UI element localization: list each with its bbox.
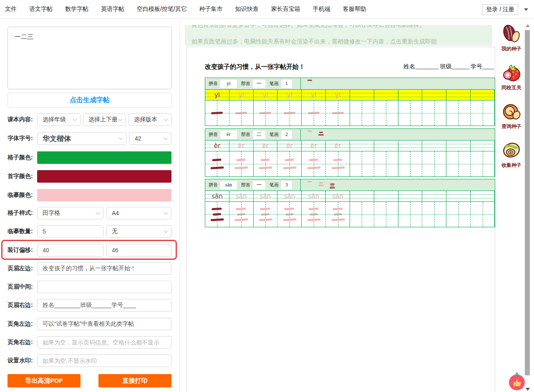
print-button[interactable]: 直接打印 [98, 374, 171, 387]
pinyin-cell[interactable]: yi [254, 90, 278, 100]
top-nav: 文件 语文字帖 数学字帖 英语字帖 空白模板/控笔/其它 种子集市 知识快查 家… [0, 0, 534, 19]
notice-banner: 黄色背景的拼音是多音字，可点击选择。如果生成无法理会，可以在保存后会自动删除掉。… [185, 25, 492, 46]
binding-offset-y-input[interactable] [106, 244, 171, 256]
pinyin-row: yiyiyiyiyiyi [205, 90, 495, 101]
character-cell [254, 202, 278, 227]
nav-item-parent-toolbox[interactable]: 家长百宝箱 [271, 5, 300, 13]
pinyin-cell[interactable]: yi [302, 90, 326, 100]
trace-extra-value: 无 [112, 228, 118, 235]
grid-color-swatch[interactable] [37, 151, 171, 164]
nav-item-english-copybook[interactable]: 英语字帖 [101, 5, 124, 13]
pinyin-cell[interactable]: yi [326, 90, 350, 100]
binding-offset-row: 装订偏移: [0, 244, 179, 256]
practice-block-1: 拼音yi部首一笔画1yiyiyiyiyiyi [205, 78, 495, 126]
pinyin-cell: èr [277, 141, 302, 151]
login-register-button[interactable]: 登录 / 注册 [482, 4, 518, 15]
pinyin-cell [446, 90, 471, 100]
volume-select[interactable]: 选择上下册 [83, 113, 126, 126]
block-info-row: 拼音sān部首一笔画3 [205, 179, 495, 191]
my-seeds-item[interactable]: 我的种子 [501, 23, 522, 53]
pinyin-value-box[interactable]: yi [220, 80, 237, 88]
chevron-down-icon[interactable] [524, 8, 528, 11]
query-seeds-item[interactable]: 查询种子 [501, 101, 522, 130]
trace-extra-select[interactable]: 无 [106, 225, 171, 238]
cell-center-guideline [362, 151, 362, 176]
my-seeds-label: 我的种子 [501, 45, 521, 53]
copybook-generator-app: 文件 语文字帖 数学字帖 英语字帖 空白模板/控笔/其它 种子集市 知识快查 家… [0, 0, 534, 392]
radical-value-box[interactable]: 一 [253, 80, 265, 88]
nav-item-blank-template[interactable]: 空白模板/控笔/其它 [137, 5, 187, 13]
edition-select[interactable]: 选择版本 [128, 113, 171, 126]
cell-center-guideline [410, 202, 411, 227]
nav-item-knowledge-search[interactable]: 知识快查 [235, 5, 259, 13]
school-follow-label: 同校互关 [501, 84, 521, 91]
header-right-input[interactable] [37, 299, 171, 312]
pinyin-cell[interactable]: yi [205, 90, 229, 100]
font-label: 字体字号: [8, 135, 33, 142]
seeds-icon [501, 23, 522, 45]
chevron-down-icon [118, 117, 123, 121]
cell-center-guideline [434, 101, 435, 126]
scroll-down-arrow-icon[interactable] [526, 388, 530, 391]
grade-select[interactable]: 选择年级 [37, 113, 81, 126]
first-char-color-swatch[interactable] [37, 170, 171, 183]
nav-item-mobile[interactable]: 手机端 [313, 5, 330, 13]
scrollbar-thumb[interactable] [525, 30, 530, 375]
trace-count-input[interactable] [37, 225, 103, 238]
school-follow-item[interactable]: 同校互关 [501, 62, 522, 91]
shell-icon [501, 101, 522, 122]
header-center-label: 页眉中间: [8, 283, 33, 291]
watermark-input[interactable] [37, 354, 171, 367]
footer-right-input[interactable] [37, 336, 171, 349]
nav-item-help[interactable]: 客服帮助 [343, 5, 366, 13]
character-cell [229, 202, 254, 227]
pinyin-cell [446, 141, 471, 151]
pinyin-value-box[interactable]: sān [220, 181, 237, 189]
nav-item-file[interactable]: 文件 [5, 5, 17, 13]
cell-center-guideline [362, 101, 362, 126]
pinyin-value-box[interactable]: èr [220, 131, 237, 139]
character-cell [254, 151, 278, 176]
trace-color-swatch[interactable] [37, 189, 171, 201]
info-divider [300, 129, 301, 140]
pinyin-cell: èr [205, 141, 229, 151]
font-size-select[interactable]: 42 [129, 132, 171, 145]
nav-item-math-copybook[interactable]: 数学字帖 [65, 5, 88, 13]
collect-seeds-item[interactable]: 收集种子 [501, 139, 522, 169]
character-cell [350, 101, 374, 126]
stroke-order-steps [306, 80, 313, 81]
trace-color-label: 临摹颜色: [8, 191, 33, 199]
binding-offset-x-input[interactable] [37, 244, 103, 256]
footer-left-input[interactable] [37, 318, 171, 330]
radical-value-box[interactable]: 二 [253, 131, 265, 139]
header-center-input[interactable] [37, 281, 171, 293]
pinyin-cell: èr [326, 141, 350, 151]
strokes-value-box[interactable]: 2 [281, 131, 292, 139]
cell-center-guideline [434, 151, 435, 176]
character-cell [302, 151, 326, 176]
nav-item-chinese-copybook[interactable]: 语文字帖 [29, 5, 53, 13]
pinyin-cell: èr [254, 141, 278, 151]
cell-center-guideline [434, 202, 435, 227]
pinyin-cell[interactable]: yi [229, 90, 254, 100]
practice-character-glyph [232, 207, 250, 221]
character-cell [471, 151, 495, 176]
strokes-value-box[interactable]: 3 [281, 181, 292, 189]
characters-input[interactable]: 一二三 [8, 27, 172, 89]
radical-value-box[interactable]: 一 [253, 181, 265, 189]
strokes-value-box[interactable]: 1 [281, 80, 292, 88]
export-pdf-button[interactable]: 导出高清PDF [8, 374, 81, 387]
pinyin-cell[interactable]: yi [277, 90, 302, 100]
nav-item-seed-market[interactable]: 种子集市 [199, 5, 223, 13]
generate-copybook-button[interactable]: 点击生成字帖 [8, 93, 172, 108]
grid-style-select[interactable]: 田字格 [37, 207, 103, 219]
scroll-up-arrow-icon[interactable] [526, 24, 530, 27]
practice-character-glyph [209, 111, 225, 114]
like-badge[interactable] [509, 374, 525, 390]
paper-size-select[interactable]: A4 [106, 207, 171, 219]
font-family-select[interactable]: 华文楷体 [37, 132, 126, 145]
font-row: 字体字号: 华文楷体 42 [0, 132, 179, 145]
header-left-input[interactable] [37, 262, 171, 275]
practice-character-glyph [329, 158, 346, 169]
info-divider [300, 78, 301, 89]
